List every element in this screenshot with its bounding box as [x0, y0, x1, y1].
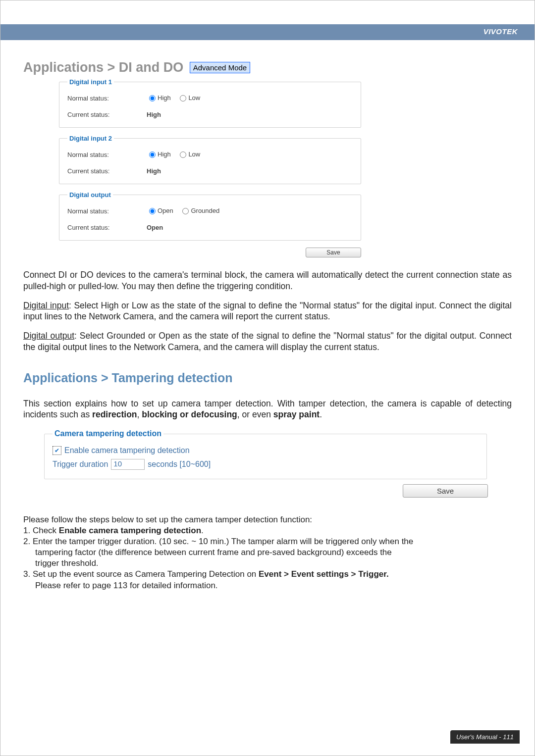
tamper-fieldset: Camera tampering detection ✔ Enable came…	[44, 429, 487, 479]
di2-high-radio[interactable]: High	[147, 150, 171, 158]
para-di-text: : Select High or Low as the state of the…	[23, 301, 512, 322]
do-label-underline: Digital output	[23, 331, 74, 341]
trigger-duration-label: Trigger duration	[53, 460, 108, 469]
step1-a: 1. Check	[23, 526, 59, 535]
trigger-duration-unit: seconds [10~600]	[148, 460, 211, 469]
di1-low-radio[interactable]: Low	[177, 94, 200, 101]
tamper-sep1: ,	[137, 409, 142, 419]
step2-line1: 2. Enter the tamper trigger duration. (1…	[23, 536, 512, 547]
steps-block: Please follow the steps below to set up …	[23, 514, 512, 591]
brand-name: VIVOTEK	[483, 27, 518, 36]
para-do-text: : Select Grounded or Open as the state o…	[23, 331, 512, 352]
step1-b: Enable camera tampering detection	[59, 526, 201, 535]
do-normal-label: Normal status:	[67, 207, 147, 215]
step1: 1. Check Enable camera tampering detecti…	[23, 525, 512, 536]
di1-current-value: High	[147, 111, 353, 118]
di2-high-radio-input[interactable]	[149, 151, 156, 158]
mode-badge: Advanced Mode	[190, 62, 250, 73]
digital-input-1: Digital input 1 Normal status: High Low …	[59, 78, 361, 128]
enable-tamper-checkbox[interactable]: ✔	[53, 446, 61, 455]
tamper-bold3: spray paint	[273, 409, 320, 419]
di-label-underline: Digital input	[23, 301, 69, 310]
di2-current-value: High	[147, 167, 353, 175]
do-current-label: Current status:	[67, 224, 147, 231]
di2-legend: Digital input 2	[67, 135, 114, 142]
di1-current-label: Current status:	[67, 111, 147, 118]
save-button-dido[interactable]: Save	[306, 248, 361, 257]
tamper-bold2: blocking or defocusing	[142, 409, 237, 419]
heading-dido: Applications > DI and DO	[23, 60, 183, 75]
steps-intro: Please follow the steps below to set up …	[23, 514, 512, 525]
do-grounded-radio-input[interactable]	[182, 208, 189, 214]
para-intro: Connect DI or DO devices to the camera's…	[23, 269, 512, 292]
do-open-radio-input[interactable]	[149, 208, 156, 214]
step3-b: Event > Event settings > Trigger.	[259, 569, 389, 579]
step1-c: .	[201, 526, 204, 535]
di2-low-radio[interactable]: Low	[177, 150, 200, 158]
step3-line2: Please refer to page 113 for detailed in…	[23, 580, 512, 591]
digital-output: Digital output Normal status: Open Groun…	[59, 191, 361, 241]
step2-line2: tampering factor (the difference between…	[23, 547, 512, 558]
digital-input-2: Digital input 2 Normal status: High Low …	[59, 135, 361, 184]
di1-high-label: High	[158, 94, 171, 101]
di2-high-label: High	[158, 151, 171, 158]
step3-a: 3. Set up the event source as Camera Tam…	[23, 569, 259, 579]
di1-high-radio-input[interactable]	[149, 95, 156, 101]
step3: 3. Set up the event source as Camera Tam…	[23, 569, 512, 580]
tamper-bold1: redirection	[92, 409, 137, 419]
tamper-legend: Camera tampering detection	[53, 429, 163, 438]
enable-tamper-label: Enable camera tampering detection	[64, 446, 190, 455]
di1-normal-label: Normal status:	[67, 95, 147, 102]
do-open-radio[interactable]: Open	[147, 206, 173, 214]
footer-page: User's Manual - 111	[450, 730, 520, 744]
di1-high-radio[interactable]: High	[147, 94, 171, 101]
di1-legend: Digital input 1	[67, 78, 114, 86]
do-legend: Digital output	[67, 191, 113, 199]
trigger-duration-input[interactable]: 10	[111, 459, 145, 470]
di1-low-radio-input[interactable]	[180, 95, 186, 101]
para-di: Digital input: Select High or Low as the…	[23, 300, 512, 323]
di2-normal-label: Normal status:	[67, 151, 147, 158]
do-grounded-label: Grounded	[191, 207, 219, 214]
di2-low-label: Low	[188, 151, 200, 158]
di1-low-label: Low	[188, 94, 200, 101]
do-open-label: Open	[158, 207, 173, 214]
step2-line3: trigger threshold.	[23, 558, 512, 569]
brand-bar: VIVOTEK	[0, 24, 535, 40]
para-do: Digital output: Select Grounded or Open …	[23, 330, 512, 353]
do-current-value: Open	[147, 224, 353, 231]
tamper-intro: This section explains how to set up came…	[23, 398, 512, 421]
heading-tamper: Applications > Tampering detection	[23, 371, 512, 385]
di2-low-radio-input[interactable]	[180, 151, 186, 158]
tamper-sep2: , or even	[237, 409, 273, 419]
di2-current-label: Current status:	[67, 167, 147, 175]
save-button-tamper[interactable]: Save	[403, 484, 488, 498]
tamper-end: .	[320, 409, 322, 419]
do-grounded-radio[interactable]: Grounded	[180, 206, 219, 214]
